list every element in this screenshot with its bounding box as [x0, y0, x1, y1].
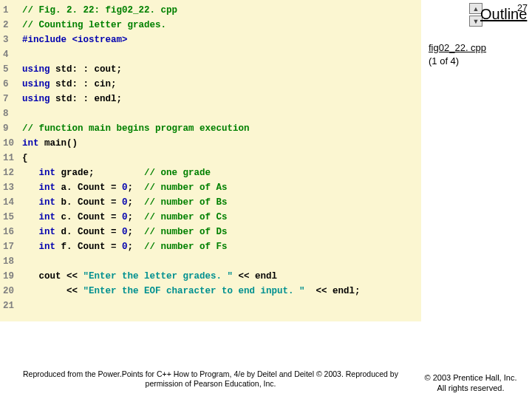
code-text: int f. Count = 0; // number of Fs — [22, 239, 228, 254]
line-number: 5 — [3, 62, 22, 77]
copyright-notice: © 2003 Prentice Hall, Inc. All rights re… — [415, 372, 526, 393]
code-text: // function main begins program executio… — [22, 121, 250, 136]
code-text: cout << "Enter the letter grades. " << e… — [22, 269, 277, 284]
code-line: 3#include <iostream> — [3, 33, 421, 47]
figure-reference: fig02_22. cpp (1 of 4) — [429, 41, 486, 68]
line-number: 15 — [3, 210, 22, 225]
code-line: 19 cout << "Enter the letter grades. " <… — [3, 269, 421, 284]
line-number: 7 — [3, 92, 22, 106]
code-line: 11{ — [3, 151, 421, 166]
code-text: // Fig. 2. 22: fig02_22. cpp — [22, 3, 177, 18]
line-number: 6 — [3, 77, 22, 92]
code-text: using std: : cout; — [22, 62, 122, 77]
code-text: int c. Count = 0; // number of Cs — [22, 210, 228, 225]
line-number: 8 — [3, 106, 22, 121]
code-text: { — [22, 151, 28, 166]
code-line: 18 — [3, 254, 421, 269]
line-number: 11 — [3, 151, 22, 166]
line-number: 16 — [3, 225, 22, 239]
attribution-text: Reproduced from the Power.Points for C++… — [0, 369, 421, 389]
right-panel: ▲ ▼ Outline 27 fig02_22. cpp (1 of 4) © … — [421, 0, 532, 399]
line-number: 19 — [3, 269, 22, 284]
figure-filename: fig02_22. cpp — [429, 42, 486, 53]
figure-part: (1 of 4) — [429, 55, 459, 66]
line-number: 2 — [3, 18, 22, 33]
line-number: 17 — [3, 239, 22, 254]
code-line: 20 << "Enter the EOF character to end in… — [3, 284, 421, 299]
line-number: 3 — [3, 33, 22, 47]
line-number: 10 — [3, 136, 22, 151]
code-line: 6using std: : cin; — [3, 77, 421, 92]
code-line: 8 — [3, 106, 421, 121]
code-line: 14 int b. Count = 0; // number of Bs — [3, 195, 421, 210]
code-text: int d. Count = 0; // number of Ds — [22, 225, 228, 239]
line-number: 1 — [3, 3, 22, 18]
copyright-line2: All rights reserved. — [437, 383, 504, 392]
code-text: using std: : cin; — [22, 77, 117, 92]
code-line: 15 int c. Count = 0; // number of Cs — [3, 210, 421, 225]
line-number: 4 — [3, 47, 22, 62]
code-line: 12 int grade; // one grade — [3, 166, 421, 180]
code-text: int grade; // one grade — [22, 166, 211, 180]
code-text: int main() — [22, 136, 78, 151]
code-line: 5using std: : cout; — [3, 62, 421, 77]
attribution-line2: permission of Pearson Education, Inc. — [146, 379, 276, 388]
line-number: 12 — [3, 166, 22, 180]
code-line: 21 — [3, 299, 421, 313]
code-listing: 1// Fig. 2. 22: fig02_22. cpp2// Countin… — [3, 3, 421, 313]
code-text: int b. Count = 0; // number of Bs — [22, 195, 228, 210]
copyright-line1: © 2003 Prentice Hall, Inc. — [425, 373, 517, 382]
line-number: 21 — [3, 299, 22, 313]
code-text: // Counting letter grades. — [22, 18, 166, 33]
line-number: 20 — [3, 284, 22, 299]
code-text: << "Enter the EOF character to end input… — [22, 284, 361, 299]
code-line: 2// Counting letter grades. — [3, 18, 421, 33]
code-text: #include <iostream> — [22, 33, 128, 47]
code-line: 17 int f. Count = 0; // number of Fs — [3, 239, 421, 254]
code-text: int a. Count = 0; // number of As — [22, 180, 228, 195]
line-number: 13 — [3, 180, 22, 195]
code-line: 1// Fig. 2. 22: fig02_22. cpp — [3, 3, 421, 18]
line-number: 14 — [3, 195, 22, 210]
code-text: using std: : endl; — [22, 92, 122, 106]
code-line: 7using std: : endl; — [3, 92, 421, 106]
code-line: 16 int d. Count = 0; // number of Ds — [3, 225, 421, 239]
code-panel: 1// Fig. 2. 22: fig02_22. cpp2// Countin… — [0, 0, 421, 321]
code-line: 4 — [3, 47, 421, 62]
page-number: 27 — [517, 3, 528, 13]
attribution-line1: Reproduced from the Power.Points for C++… — [23, 369, 398, 378]
line-number: 9 — [3, 121, 22, 136]
line-number: 18 — [3, 254, 22, 269]
code-line: 10int main() — [3, 136, 421, 151]
code-line: 13 int a. Count = 0; // number of As — [3, 180, 421, 195]
code-line: 9// function main begins program executi… — [3, 121, 421, 136]
